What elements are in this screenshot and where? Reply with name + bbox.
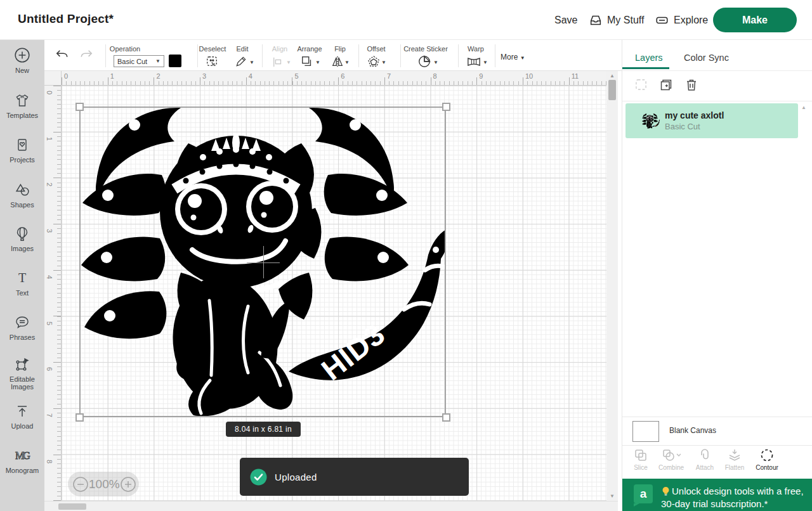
sidebar-item-monogram[interactable]: MG Monogram xyxy=(0,448,44,474)
selection-handle-top-right[interactable] xyxy=(442,103,450,111)
create-sticker-dropdown-caret[interactable]: ▼ xyxy=(433,60,438,65)
selection-handle-bottom-right[interactable] xyxy=(442,413,450,422)
horizontal-scrollbar-thumb[interactable] xyxy=(58,503,86,510)
duplicate-icon[interactable] xyxy=(659,78,673,92)
blank-canvas-swatch[interactable] xyxy=(632,421,659,442)
horizontal-ruler: 0 1 2 3 4 5 6 7 8 9 10 11 xyxy=(62,71,606,86)
tab-layers[interactable]: Layers xyxy=(635,53,663,63)
contour-button[interactable]: Contour xyxy=(751,448,783,471)
edit-pencil-icon[interactable] xyxy=(235,55,247,68)
flatten-button: Flatten xyxy=(719,448,750,471)
align-dropdown-caret: ▼ xyxy=(286,60,291,65)
redo-button[interactable] xyxy=(79,49,93,61)
zoom-out-button[interactable] xyxy=(72,476,89,493)
flip-label: Flip xyxy=(334,45,346,53)
sidebar-item-projects[interactable]: Projects xyxy=(0,138,44,164)
save-button[interactable]: Save xyxy=(554,11,577,30)
sidebar-item-phrases[interactable]: Phrases xyxy=(0,315,44,341)
flatten-icon xyxy=(727,448,742,462)
tshirt-icon xyxy=(15,93,30,108)
selection-handle-bottom-left[interactable] xyxy=(75,413,84,422)
zoom-level: 100% xyxy=(89,477,120,491)
zoom-in-button[interactable] xyxy=(120,476,136,493)
edit-label: Edit xyxy=(237,45,249,53)
create-sticker-icon[interactable] xyxy=(417,55,431,68)
edit-dropdown-caret[interactable]: ▼ xyxy=(249,60,254,65)
active-tab-underline xyxy=(622,67,669,69)
blank-canvas-label: Blank Canvas xyxy=(669,426,716,435)
shapes-icon xyxy=(15,182,30,198)
deselect-label: Deselect xyxy=(199,45,226,53)
offset-dropdown-caret[interactable]: ▼ xyxy=(381,60,386,65)
operation-select[interactable]: Basic Cut▼ xyxy=(114,55,164,67)
layer-row-my-cute-axlotl[interactable]: my cute axlotl Basic Cut xyxy=(625,103,798,138)
more-menu-button[interactable]: More ▼ xyxy=(501,53,525,61)
check-circle-icon xyxy=(250,469,267,486)
operation-label: Operation xyxy=(110,45,140,53)
banner-line2: 30-day trial subscription.* xyxy=(661,498,768,509)
sidebar-item-new[interactable]: New xyxy=(0,47,44,74)
cricut-design-space-app: Untitled Project* Save My Stuff Explore … xyxy=(0,0,812,511)
sidebar-item-editable-images[interactable]: Editable Images xyxy=(0,357,44,391)
combine-icon xyxy=(662,448,681,462)
align-label: Align xyxy=(272,45,287,53)
canvas-background-row: Blank Canvas xyxy=(622,417,812,445)
vertical-scrollbar-thumb[interactable] xyxy=(608,80,616,100)
selection-handle-top-left[interactable] xyxy=(75,103,84,111)
new-plus-icon xyxy=(14,47,30,63)
warp-dropdown-caret[interactable]: ▼ xyxy=(483,60,488,65)
sidebar-item-upload[interactable]: Upload xyxy=(0,404,44,430)
offset-icon[interactable] xyxy=(367,55,380,68)
more-dropdown-caret: ▼ xyxy=(520,55,525,61)
axolotl-artwork[interactable] xyxy=(79,107,446,417)
align-icon xyxy=(272,56,284,68)
arrange-label: Arrange xyxy=(297,45,322,53)
sidebar-item-templates[interactable]: Templates xyxy=(0,93,44,119)
edit-toolbar: Operation Basic Cut▼ Deselect Edit ▼ Ali… xyxy=(44,40,622,71)
cricut-machine-icon xyxy=(655,13,669,27)
trash-icon[interactable] xyxy=(685,78,698,92)
layers-scroll-up-arrow[interactable]: ▲ xyxy=(801,105,806,110)
my-stuff-button[interactable]: My Stuff xyxy=(589,11,644,30)
text-icon: T xyxy=(15,271,30,286)
multi-select-icon xyxy=(634,78,648,91)
tab-color-sync[interactable]: Color Sync xyxy=(684,53,729,63)
flip-dropdown-caret[interactable]: ▼ xyxy=(344,60,350,65)
canvas-horizontal-scrollbar[interactable] xyxy=(44,501,618,511)
svg-text:T: T xyxy=(18,271,26,285)
contour-icon xyxy=(759,448,775,462)
attach-button: Attach xyxy=(689,448,721,471)
make-button[interactable]: Make xyxy=(713,8,797,32)
warp-label: Warp xyxy=(468,45,484,53)
deselect-icon[interactable] xyxy=(205,55,219,68)
slice-icon xyxy=(634,448,648,462)
monogram-icon: MG xyxy=(14,448,30,463)
fill-color-swatch[interactable] xyxy=(169,55,181,67)
balloon-icon xyxy=(15,226,30,242)
trial-subscription-banner[interactable]: a Unlock design tools with a free, 30-da… xyxy=(622,479,812,511)
scroll-up-arrow[interactable]: ▲ xyxy=(610,73,615,79)
canvas-vertical-scrollbar[interactable]: ▲ ▼ xyxy=(606,71,618,501)
project-card-icon xyxy=(15,138,30,153)
sidebar-item-text[interactable]: T Text xyxy=(0,271,44,297)
sidebar-item-images[interactable]: Images xyxy=(0,226,44,252)
paperclip-icon xyxy=(697,448,712,462)
zoom-control: 100% xyxy=(68,472,139,496)
flip-icon[interactable] xyxy=(331,55,344,68)
warp-icon[interactable] xyxy=(467,56,481,67)
arrange-icon[interactable] xyxy=(301,55,313,68)
canvas-center-crosshair-vertical xyxy=(263,246,264,278)
project-title: Untitled Project* xyxy=(18,12,114,26)
create-sticker-label: Create Sticker xyxy=(403,45,448,53)
scroll-down-arrow[interactable]: ▼ xyxy=(610,493,615,499)
undo-button[interactable] xyxy=(55,49,69,61)
sidebar-item-shapes[interactable]: Shapes xyxy=(0,182,44,209)
offset-label: Offset xyxy=(367,45,385,53)
selection-dimensions-badge: 8.04 in x 6.81 in xyxy=(226,422,301,437)
vertical-ruler: 0 1 2 3 4 5 6 7 8 xyxy=(44,86,62,501)
upload-icon xyxy=(15,404,30,419)
arrange-dropdown-caret[interactable]: ▼ xyxy=(315,60,320,65)
explore-button[interactable]: Explore xyxy=(655,11,708,30)
slice-button: Slice xyxy=(625,448,657,471)
combine-button: Combine xyxy=(655,448,687,471)
